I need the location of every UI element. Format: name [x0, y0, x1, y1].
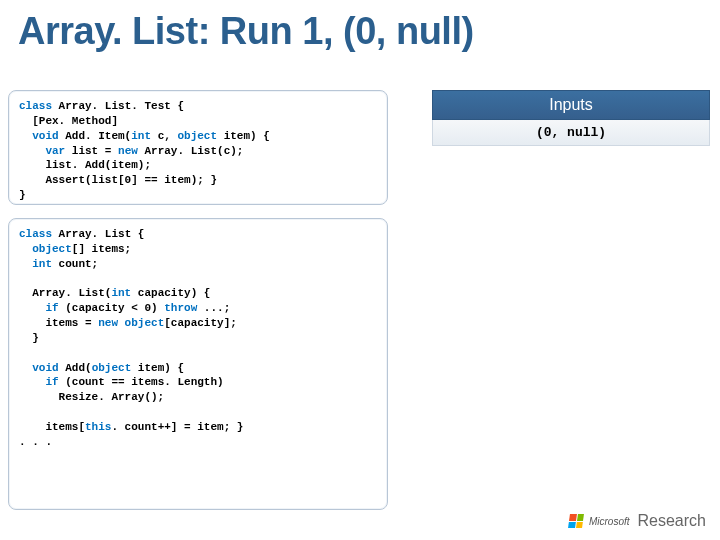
code-text: [capacity];: [164, 317, 237, 329]
kw: new: [118, 145, 138, 157]
kw: this: [85, 421, 111, 433]
logo-brand: Research: [638, 512, 706, 530]
kw: int: [131, 130, 151, 142]
code-text: (capacity < 0): [59, 302, 165, 314]
logo-company: Microsoft: [589, 516, 630, 527]
kw: class: [19, 228, 52, 240]
code-text: items =: [19, 317, 98, 329]
code-text: list. Add(item);: [19, 159, 151, 171]
code-text: Add(: [59, 362, 92, 374]
kw: object: [92, 362, 132, 374]
code-text: [Pex. Method]: [19, 115, 118, 127]
slide-title: Array. List: Run 1, (0, null): [18, 10, 474, 53]
kw: int: [111, 287, 131, 299]
blank: [19, 273, 26, 285]
code-text: (count == items. Length): [59, 376, 224, 388]
code-text: [] items;: [72, 243, 131, 255]
code-text: items[: [19, 421, 85, 433]
code-text: Assert(list[0] == item); }: [19, 174, 217, 186]
kw: if: [19, 302, 59, 314]
code-text: Array. List(c);: [138, 145, 244, 157]
code-text: . count++] = item; }: [111, 421, 243, 433]
code-text: list =: [65, 145, 118, 157]
kw: var: [19, 145, 65, 157]
code-text: Array. List. Test {: [52, 100, 184, 112]
code-box-test-class: class Array. List. Test { [Pex. Method] …: [8, 90, 388, 205]
kw: throw: [164, 302, 197, 314]
code-text: }: [19, 189, 26, 201]
kw: object: [19, 243, 72, 255]
footer-logo: Microsoft Research: [569, 512, 706, 530]
blank: [19, 347, 26, 359]
code-text: ...;: [197, 302, 230, 314]
kw: if: [19, 376, 59, 388]
microsoft-flag-icon: [568, 514, 584, 528]
code-text: count;: [52, 258, 98, 270]
code-text: item) {: [131, 362, 184, 374]
code-text: Array. List(: [19, 287, 111, 299]
kw: int: [19, 258, 52, 270]
inputs-row: (0, null): [432, 120, 710, 146]
code-text: Add. Item(: [59, 130, 132, 142]
kw: object: [177, 130, 217, 142]
code-text: c,: [151, 130, 177, 142]
blank: [19, 406, 26, 418]
kw: void: [19, 130, 59, 142]
code-box-arraylist-class: class Array. List { object[] items; int …: [8, 218, 388, 510]
inputs-table: Inputs (0, null): [432, 90, 710, 146]
code-text: . . .: [19, 436, 52, 448]
code-text: Resize. Array();: [19, 391, 164, 403]
kw: new object: [98, 317, 164, 329]
kw: class: [19, 100, 52, 112]
inputs-header: Inputs: [432, 90, 710, 120]
code-text: Array. List {: [52, 228, 144, 240]
kw: void: [19, 362, 59, 374]
code-text: capacity) {: [131, 287, 210, 299]
code-text: }: [19, 332, 39, 344]
code-text: item) {: [217, 130, 270, 142]
